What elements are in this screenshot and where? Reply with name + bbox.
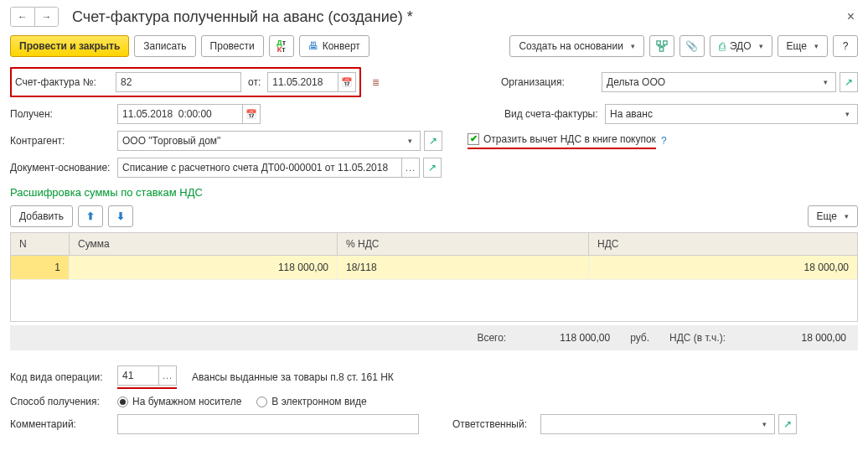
col-n: N: [11, 233, 70, 255]
table-header: N Сумма % НДС НДС: [11, 233, 857, 256]
radio-checked-icon: [117, 397, 128, 407]
edo-icon: ⎙: [719, 40, 726, 53]
org-value: Дельта ООО: [607, 76, 665, 88]
col-sum: Сумма: [70, 233, 338, 255]
nav-buttons: ← →: [10, 7, 59, 27]
counterparty-value: ООО "Торговый дом": [122, 135, 220, 147]
print-icon: 🖶: [308, 40, 318, 52]
vat-total-value: 18 000,00: [746, 332, 846, 344]
more-button[interactable]: Еще: [778, 35, 828, 57]
counterparty-select[interactable]: ООО "Торговый дом" ▾: [117, 131, 421, 151]
table-empty-area: [11, 279, 857, 321]
op-code-field[interactable]: [117, 365, 159, 386]
org-label: Организация:: [501, 76, 602, 88]
date-picker-button[interactable]: [338, 72, 356, 92]
cell-rate: 18/118: [338, 256, 589, 279]
chevron-down-icon: ▾: [842, 110, 853, 118]
help-button[interactable]: ?: [833, 35, 858, 57]
add-row-button[interactable]: Добавить: [10, 205, 73, 227]
responsible-select[interactable]: ▾: [540, 414, 775, 434]
chevron-down-icon: ▾: [759, 420, 770, 428]
receipt-electronic-radio[interactable]: В электронном виде: [256, 396, 366, 407]
number-field[interactable]: [116, 72, 241, 92]
received-date-picker[interactable]: [242, 104, 261, 124]
receipt-paper-label: На бумажном носителе: [132, 396, 241, 407]
convert-label: Конверт: [323, 40, 360, 52]
date-field[interactable]: [267, 72, 338, 92]
basis-open-button[interactable]: ↗: [423, 158, 442, 178]
svg-rect-2: [659, 48, 663, 51]
paperclip-icon: 📎: [685, 40, 698, 52]
close-button[interactable]: ×: [844, 9, 858, 24]
cell-sum: 118 000,00: [70, 256, 338, 279]
table-row[interactable]: 1 118 000,00 18/118 18 000,00: [11, 256, 857, 279]
svg-rect-1: [664, 41, 667, 44]
responsible-open-button[interactable]: ↗: [778, 414, 797, 434]
basis-value: Списание с расчетного счета ДТ00-000001 …: [122, 162, 388, 174]
cell-vat: 18 000,00: [589, 256, 857, 279]
back-button[interactable]: ←: [11, 8, 34, 26]
structure-icon: [656, 40, 668, 52]
edo-label: ЭДО: [730, 40, 752, 52]
move-down-button[interactable]: ⬇: [108, 205, 133, 227]
attachments-button[interactable]: 📎: [679, 35, 705, 57]
counterparty-label: Контрагент:: [10, 135, 117, 147]
radio-unchecked-icon: [256, 397, 267, 407]
totals-bar: Всего: 118 000,00 руб. НДС (в т.ч.): 18 …: [10, 325, 858, 350]
currency-label: руб.: [630, 332, 649, 344]
receipt-paper-radio[interactable]: На бумажном носителе: [117, 396, 241, 407]
svg-rect-0: [657, 41, 660, 44]
save-button[interactable]: Записать: [134, 35, 195, 57]
col-vat: НДС: [589, 233, 857, 255]
comment-field[interactable]: [117, 414, 419, 434]
post-button[interactable]: Провести: [201, 35, 264, 57]
chevron-down-icon: ▾: [405, 137, 416, 145]
total-value: 118 000,00: [526, 332, 610, 344]
vat-total-label: НДС (в т.ч.):: [669, 332, 726, 344]
invoice-type-label: Вид счета-фактуры:: [504, 108, 605, 120]
receipt-method-group: На бумажном носителе В электронном виде: [117, 396, 367, 407]
chevron-down-icon: ▾: [820, 78, 831, 86]
op-code-desc: Авансы выданные за товары п.8 ст. 161 НК: [192, 371, 394, 383]
vat-section-title: Расшифровка суммы по ставкам НДС: [10, 186, 858, 199]
total-label: Всего:: [477, 332, 506, 344]
org-select[interactable]: Дельта ООО ▾: [602, 72, 836, 92]
basis-label: Документ-основание:: [10, 162, 117, 174]
page-title: Счет-фактура полученный на аванс (создан…: [72, 8, 413, 26]
forward-button[interactable]: →: [34, 8, 58, 26]
date-label: от:: [248, 76, 261, 88]
table-more-button[interactable]: Еще: [808, 205, 858, 227]
op-code-label: Код вида операции:: [10, 371, 117, 383]
dtkt-button[interactable]: ДтКт: [269, 35, 294, 57]
checkbox-checked-icon: ✔: [468, 133, 479, 145]
vat-deduct-label: Отразить вычет НДС в книге покупок: [483, 133, 656, 145]
col-rate: % НДС: [338, 233, 589, 255]
vat-table: N Сумма % НДС НДС 1 118 000,00 18/118 18…: [10, 232, 858, 322]
edo-button[interactable]: ⎙ЭДО: [710, 35, 772, 57]
counterparty-open-button[interactable]: ↗: [424, 131, 442, 151]
received-label: Получен:: [10, 108, 117, 120]
number-label: Счет-фактура №:: [15, 76, 116, 88]
list-icon[interactable]: ≣: [366, 72, 385, 92]
move-up-button[interactable]: ⬆: [78, 205, 103, 227]
vat-deduct-checkbox[interactable]: ✔ Отразить вычет НДС в книге покупок: [468, 133, 656, 149]
op-code-browse-button[interactable]: ...: [158, 365, 177, 386]
post-and-close-button[interactable]: Провести и закрыть: [10, 35, 129, 57]
basis-select[interactable]: Списание с расчетного счета ДТ00-000001 …: [117, 158, 402, 178]
invoice-type-value: На аванс: [610, 108, 653, 120]
number-date-highlight: Счет-фактура №: от:: [10, 67, 361, 97]
cell-n: 1: [11, 256, 70, 279]
convert-button[interactable]: 🖶Конверт: [299, 35, 369, 57]
main-toolbar: Провести и закрыть Записать Провести ДтК…: [10, 35, 858, 57]
help-icon[interactable]: ?: [661, 135, 667, 147]
received-field[interactable]: [117, 104, 243, 124]
responsible-label: Ответственный:: [452, 418, 540, 430]
receipt-electronic-label: В электронном виде: [271, 396, 366, 407]
invoice-type-select[interactable]: На аванс ▾: [605, 104, 858, 124]
create-based-button[interactable]: Создать на основании: [509, 35, 644, 57]
op-code-highlight: ...: [117, 365, 177, 389]
structure-button[interactable]: [649, 35, 674, 57]
dtkt-icon: ДтКт: [276, 39, 286, 53]
org-open-button[interactable]: ↗: [840, 72, 858, 92]
basis-browse-button[interactable]: ...: [401, 158, 420, 178]
